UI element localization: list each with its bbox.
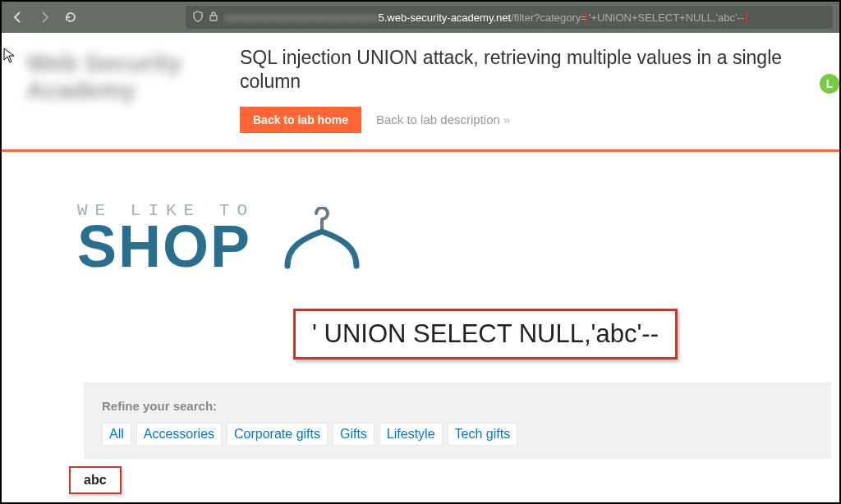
academy-logo-blurred: Web Security Academy: [2, 41, 240, 115]
filter-link-all[interactable]: All: [102, 423, 131, 446]
status-indicator: L: [820, 74, 839, 94]
back-to-lab-home-button[interactable]: Back to lab home: [240, 107, 361, 133]
filter-link-corporate-gifts[interactable]: Corporate gifts: [227, 423, 328, 446]
lock-icon: [209, 11, 218, 25]
browser-toolbar: xxxxxxxxxxxxxxxxxxxxxxxxxxxxx5.web-secur…: [2, 2, 839, 33]
shop-logo: WE LIKE TO SHOP: [77, 201, 839, 276]
hanger-icon: [271, 207, 361, 276]
lab-header: Web Security Academy SQL injection UNION…: [2, 33, 839, 149]
back-button[interactable]: [8, 7, 28, 27]
lab-title: SQL injection UNION attack, retrieving m…: [240, 46, 839, 94]
address-bar[interactable]: xxxxxxxxxxxxxxxxxxxxxxxxxxxxx5.web-secur…: [186, 6, 833, 29]
filter-link-tech-gifts[interactable]: Tech gifts: [448, 423, 518, 446]
sql-payload-highlight: ' UNION SELECT NULL,'abc'--: [293, 309, 678, 360]
filter-panel: Refine your search: All Accessories Corp…: [84, 383, 831, 459]
forward-button[interactable]: [34, 7, 54, 27]
reload-button[interactable]: [61, 7, 80, 27]
mouse-cursor-icon: [3, 48, 16, 64]
filter-links: All Accessories Corporate gifts Gifts Li…: [102, 423, 813, 446]
back-to-lab-description-link[interactable]: Back to lab description: [376, 112, 510, 126]
filter-link-accessories[interactable]: Accessories: [136, 423, 222, 446]
result-highlight: abc: [69, 466, 122, 494]
divider: [2, 149, 839, 152]
shop-name: SHOP: [77, 217, 255, 276]
url-text: xxxxxxxxxxxxxxxxxxxxxxxxxxxxx5.web-secur…: [223, 11, 826, 24]
refine-label: Refine your search:: [102, 399, 813, 413]
filter-link-lifestyle[interactable]: Lifestyle: [379, 423, 443, 446]
svg-rect-0: [210, 16, 217, 21]
filter-link-gifts[interactable]: Gifts: [333, 423, 375, 446]
shield-icon: [192, 11, 204, 25]
